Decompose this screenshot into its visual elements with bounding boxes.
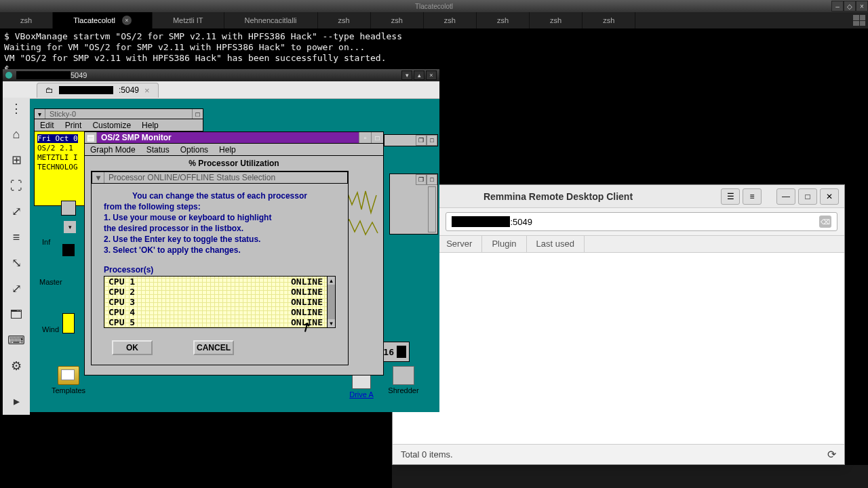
terminal-tab[interactable]: zsh [371,12,424,28]
smp-menu-item[interactable]: Status [141,145,175,155]
processor-row[interactable]: CPU 1ONLINE [104,277,327,287]
fullscreen-icon[interactable]: ⛶ [8,178,24,194]
scale-toggle-icon[interactable]: ⤡ [8,255,24,271]
tab-close-icon[interactable]: × [144,85,150,96]
menu-icon[interactable]: ⋮ [8,100,24,117]
sticky-menu-item[interactable]: Print [60,121,87,130]
cancel-button[interactable]: CANCEL [193,340,234,355]
terminal-tab[interactable]: Nehnencacitlalli [224,12,318,28]
master-label: Master [39,278,62,286]
shredder-icon[interactable]: Shredder [385,366,422,394]
settings-icon[interactable]: ⚙ [8,358,24,374]
max-icon[interactable]: □ [427,174,437,185]
address-input[interactable]: :5049 ⌫ [446,212,837,231]
bottom-panel [392,465,868,488]
tool-icon-1[interactable] [61,201,76,216]
home-icon[interactable]: ⌂ [8,126,24,142]
smp-menu-item[interactable]: Help [214,145,241,155]
vnc-session-tab[interactable]: 🗀 :5049 × [37,83,159,98]
remmina-column-headers: GroupServerPluginLast used [393,235,844,253]
terminal-tab[interactable]: zsh [318,12,371,28]
remmina-minimize-button[interactable]: — [776,188,795,205]
column-header[interactable]: Last used [527,236,585,252]
processor-list-scrollbar[interactable]: ▲ ▼ [328,276,336,328]
keyboard-icon[interactable]: ⌨ [8,332,24,348]
yellow-strip[interactable] [62,313,75,333]
layout-compact-icon[interactable]: ≡ [743,188,762,205]
vnc-minimize-button[interactable]: ▴ [414,70,425,80]
processor-row[interactable]: CPU 2ONLINE [104,287,327,297]
smp-titlebar[interactable]: ▤ OS/2 SMP Monitor ▫ □ [84,131,384,144]
terminal-tab[interactable]: zsh [530,12,583,28]
restore-icon[interactable]: ❐ [416,135,427,146]
processor-row[interactable]: CPU 3ONLINE [104,297,327,307]
remmina-maximize-button[interactable]: □ [798,188,817,205]
expand-arrow-icon[interactable]: ▸ [8,393,24,409]
scrollbar[interactable] [428,186,436,232]
processor-listbox[interactable]: CPU 1ONLINECPU 2ONLINECPU 3ONLINECPU 4ON… [104,276,328,328]
layout-list-icon[interactable]: ☰ [721,188,740,205]
dropdown-icon[interactable]: ▾ [64,221,76,233]
sticky-titlebar[interactable]: ▾ Sticky-0 □ [34,108,203,119]
processor-row[interactable]: CPU 4ONLINE [104,307,327,317]
ok-button[interactable]: OK [112,340,153,355]
split-grid-icon[interactable] [853,15,865,26]
remmina-toolbar: VNC ▾ :5049 ⌫ [393,208,844,235]
vnc-menu-button[interactable]: ▾ [401,70,412,80]
refresh-icon[interactable]: ⟳ [827,448,836,461]
bg-window-1[interactable]: ❐□ [384,134,438,146]
terminal-tab[interactable]: zsh [583,12,635,28]
minimize-button[interactable]: – [831,1,844,12]
close-button[interactable]: × [856,1,868,12]
smp-maximize-icon[interactable]: □ [371,132,383,143]
smp-menu-item[interactable]: Options [175,145,214,155]
terminal-tab[interactable]: zsh [0,12,53,28]
vnc-tab-suffix: :5049 [119,85,139,95]
smp-minimize-icon[interactable]: ▫ [359,132,371,143]
sticky-menu-item[interactable]: Customize [87,121,136,130]
column-header[interactable]: Plugin [482,236,526,252]
pdlg-system-menu-icon[interactable]: ▾ [92,172,104,183]
terminal-tab[interactable]: zsh [477,12,530,28]
restore-icon[interactable]: ❐ [416,174,427,185]
scale-fit-icon[interactable]: ⤢ [8,281,24,297]
drive-a-icon[interactable]: Drive A [343,374,380,399]
scroll-down-icon[interactable]: ▼ [328,319,335,327]
block-icon-2[interactable] [62,244,75,256]
max-icon[interactable]: □ [427,135,437,146]
column-header[interactable]: Server [437,236,482,252]
remmina-title: Remmina Remote Desktop Client [398,191,718,202]
tab-close-icon[interactable]: × [122,16,132,25]
vnc-titlebar[interactable]: 5049 ▾ ▴ × [3,69,439,81]
add-icon[interactable]: ⊞ [8,152,24,168]
terminal-tab[interactable]: Metztli IT [153,12,224,28]
bg-window-2[interactable]: ❐□ [389,174,438,235]
processor-row[interactable]: CPU 5ONLINE [104,317,327,327]
terminal-tab[interactable]: Tlacatecolotl× [53,12,153,28]
clear-icon[interactable]: ⌫ [819,216,831,228]
maximize-button[interactable]: ◇ [844,1,856,12]
vnc-close-button[interactable]: × [426,70,437,80]
templates-icon[interactable]: Templates [50,366,87,394]
remmina-titlebar[interactable]: Remmina Remote Desktop Client ☰ ≡ — □ ✕ [393,185,844,208]
os2-desktop[interactable]: ▾ Sticky-0 □ EditPrintCustomizeHelp Fri … [30,99,439,412]
sticky-menu-item[interactable]: Help [136,121,164,130]
smp-system-menu-icon[interactable]: ▤ [85,132,97,143]
list-icon[interactable]: ≡ [8,229,24,245]
sticky-maximize-icon[interactable]: □ [192,109,203,119]
scroll-track[interactable] [328,285,335,319]
screenshot-icon[interactable]: 🗔 [8,306,24,323]
processor-name: CPU 5 [108,317,135,327]
sticky-menu-item[interactable]: Edit [35,121,60,130]
folder-icon: 🗀 [45,85,54,95]
terminal-tab[interactable]: zsh [424,12,477,28]
redacted-host [59,86,113,94]
remmina-connection-list[interactable] [393,253,844,444]
processor-name: CPU 2 [108,287,135,297]
smp-menu-item[interactable]: Graph Mode [85,145,141,155]
pdlg-titlebar[interactable]: ▾ Processor ONLINE/OFFLINE Status Select… [92,171,348,184]
scroll-up-icon[interactable]: ▲ [328,277,335,285]
sticky-system-menu-icon[interactable]: ▾ [35,109,45,119]
remmina-close-button[interactable]: ✕ [820,188,839,205]
fit-icon[interactable]: ⤢ [8,203,24,220]
